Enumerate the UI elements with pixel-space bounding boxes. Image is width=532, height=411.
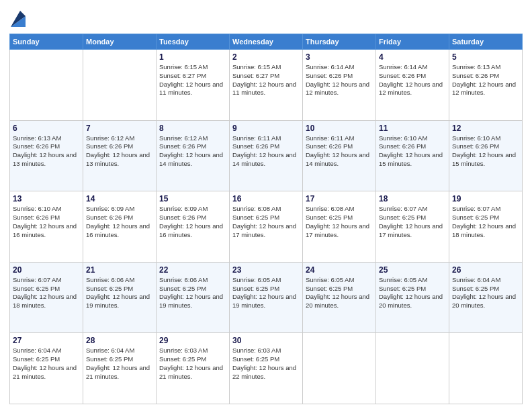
cell-info-text: Sunrise: 6:14 AM Sunset: 6:26 PM Dayligh… <box>379 63 446 97</box>
day-header-monday: Monday <box>83 34 157 50</box>
cell-day-number: 23 <box>232 265 300 275</box>
cell-day-number: 19 <box>452 194 519 203</box>
cell-day-number: 21 <box>86 265 153 275</box>
cell-day-number: 20 <box>13 265 80 275</box>
cell-day-number: 17 <box>306 194 373 203</box>
cell-info-text: Sunrise: 6:08 AM Sunset: 6:25 PM Dayligh… <box>306 205 373 239</box>
logo <box>9 8 27 28</box>
cell-day-number: 10 <box>306 124 373 133</box>
cell-info-text: Sunrise: 6:14 AM Sunset: 6:26 PM Dayligh… <box>306 63 373 97</box>
calendar-header-row: SundayMondayTuesdayWednesdayThursdayFrid… <box>10 34 523 50</box>
calendar-cell: 15Sunrise: 6:09 AM Sunset: 6:26 PM Dayli… <box>157 191 230 263</box>
cell-info-text: Sunrise: 6:09 AM Sunset: 6:26 PM Dayligh… <box>159 205 226 239</box>
cell-day-number: 29 <box>159 336 226 345</box>
calendar-cell: 5Sunrise: 6:13 AM Sunset: 6:26 PM Daylig… <box>449 50 523 121</box>
calendar-cell <box>303 333 376 404</box>
cell-day-number: 6 <box>13 124 80 133</box>
cell-day-number: 30 <box>232 336 300 345</box>
cell-info-text: Sunrise: 6:05 AM Sunset: 6:25 PM Dayligh… <box>379 276 446 310</box>
cell-info-text: Sunrise: 6:04 AM Sunset: 6:25 PM Dayligh… <box>452 276 519 310</box>
calendar-cell: 21Sunrise: 6:06 AM Sunset: 6:25 PM Dayli… <box>83 262 157 333</box>
calendar-week-5: 27Sunrise: 6:04 AM Sunset: 6:25 PM Dayli… <box>10 333 523 404</box>
day-header-saturday: Saturday <box>449 34 523 50</box>
calendar-cell: 28Sunrise: 6:04 AM Sunset: 6:25 PM Dayli… <box>83 333 157 404</box>
cell-info-text: Sunrise: 6:06 AM Sunset: 6:25 PM Dayligh… <box>86 276 153 310</box>
cell-info-text: Sunrise: 6:10 AM Sunset: 6:26 PM Dayligh… <box>379 134 446 169</box>
cell-info-text: Sunrise: 6:12 AM Sunset: 6:26 PM Dayligh… <box>159 134 226 169</box>
cell-info-text: Sunrise: 6:04 AM Sunset: 6:25 PM Dayligh… <box>86 347 153 381</box>
cell-day-number: 14 <box>86 194 153 203</box>
cell-day-number: 27 <box>13 336 80 345</box>
cell-day-number: 28 <box>86 336 153 345</box>
cell-info-text: Sunrise: 6:07 AM Sunset: 6:25 PM Dayligh… <box>13 276 80 310</box>
cell-info-text: Sunrise: 6:06 AM Sunset: 6:25 PM Dayligh… <box>159 276 226 310</box>
cell-info-text: Sunrise: 6:04 AM Sunset: 6:25 PM Dayligh… <box>13 347 80 381</box>
calendar-week-3: 13Sunrise: 6:10 AM Sunset: 6:26 PM Dayli… <box>10 191 523 263</box>
calendar-cell: 10Sunrise: 6:11 AM Sunset: 6:26 PM Dayli… <box>303 120 376 191</box>
day-header-wednesday: Wednesday <box>230 34 303 50</box>
calendar-week-2: 6Sunrise: 6:13 AM Sunset: 6:26 PM Daylig… <box>10 120 523 191</box>
cell-day-number: 7 <box>86 124 153 133</box>
day-header-tuesday: Tuesday <box>157 34 230 50</box>
cell-day-number: 8 <box>159 124 226 133</box>
calendar-cell: 25Sunrise: 6:05 AM Sunset: 6:25 PM Dayli… <box>376 262 449 333</box>
calendar-cell: 19Sunrise: 6:07 AM Sunset: 6:25 PM Dayli… <box>449 191 523 263</box>
cell-day-number: 9 <box>232 124 300 133</box>
day-header-friday: Friday <box>376 34 449 50</box>
calendar-cell: 30Sunrise: 6:03 AM Sunset: 6:25 PM Dayli… <box>230 333 303 404</box>
calendar-week-1: 1Sunrise: 6:15 AM Sunset: 6:27 PM Daylig… <box>10 50 523 121</box>
calendar-cell <box>376 333 449 404</box>
cell-info-text: Sunrise: 6:05 AM Sunset: 6:25 PM Dayligh… <box>232 276 300 310</box>
cell-info-text: Sunrise: 6:11 AM Sunset: 6:26 PM Dayligh… <box>306 134 373 169</box>
cell-day-number: 26 <box>452 265 519 275</box>
calendar-cell: 3Sunrise: 6:14 AM Sunset: 6:26 PM Daylig… <box>303 50 376 121</box>
day-header-sunday: Sunday <box>10 34 83 50</box>
calendar-cell: 24Sunrise: 6:05 AM Sunset: 6:25 PM Dayli… <box>303 262 376 333</box>
calendar-cell: 23Sunrise: 6:05 AM Sunset: 6:25 PM Dayli… <box>230 262 303 333</box>
cell-day-number: 4 <box>379 52 446 62</box>
cell-info-text: Sunrise: 6:15 AM Sunset: 6:27 PM Dayligh… <box>159 63 226 97</box>
calendar-cell <box>449 333 523 404</box>
calendar-cell: 20Sunrise: 6:07 AM Sunset: 6:25 PM Dayli… <box>10 262 83 333</box>
cell-info-text: Sunrise: 6:07 AM Sunset: 6:25 PM Dayligh… <box>452 205 519 239</box>
calendar-cell: 26Sunrise: 6:04 AM Sunset: 6:25 PM Dayli… <box>449 262 523 333</box>
cell-day-number: 22 <box>159 265 226 275</box>
cell-info-text: Sunrise: 6:12 AM Sunset: 6:26 PM Dayligh… <box>86 134 153 169</box>
cell-day-number: 24 <box>306 265 373 275</box>
logo-icon <box>11 8 26 27</box>
cell-info-text: Sunrise: 6:05 AM Sunset: 6:25 PM Dayligh… <box>306 276 373 310</box>
day-header-thursday: Thursday <box>303 34 376 50</box>
cell-info-text: Sunrise: 6:13 AM Sunset: 6:26 PM Dayligh… <box>452 63 519 97</box>
calendar-cell: 6Sunrise: 6:13 AM Sunset: 6:26 PM Daylig… <box>10 120 83 191</box>
calendar-cell: 4Sunrise: 6:14 AM Sunset: 6:26 PM Daylig… <box>376 50 449 121</box>
calendar-cell: 18Sunrise: 6:07 AM Sunset: 6:25 PM Dayli… <box>376 191 449 263</box>
cell-day-number: 15 <box>159 194 226 203</box>
cell-day-number: 18 <box>379 194 446 203</box>
calendar-cell <box>83 50 157 121</box>
cell-day-number: 16 <box>232 194 300 203</box>
cell-info-text: Sunrise: 6:15 AM Sunset: 6:27 PM Dayligh… <box>232 63 300 97</box>
calendar-cell: 13Sunrise: 6:10 AM Sunset: 6:26 PM Dayli… <box>10 191 83 263</box>
calendar-cell: 22Sunrise: 6:06 AM Sunset: 6:25 PM Dayli… <box>157 262 230 333</box>
cell-info-text: Sunrise: 6:13 AM Sunset: 6:26 PM Dayligh… <box>13 134 80 169</box>
cell-info-text: Sunrise: 6:07 AM Sunset: 6:25 PM Dayligh… <box>379 205 446 239</box>
page-header <box>9 8 523 28</box>
cell-info-text: Sunrise: 6:03 AM Sunset: 6:25 PM Dayligh… <box>159 347 226 381</box>
calendar-cell: 1Sunrise: 6:15 AM Sunset: 6:27 PM Daylig… <box>157 50 230 121</box>
cell-info-text: Sunrise: 6:10 AM Sunset: 6:26 PM Dayligh… <box>452 134 519 169</box>
calendar-cell <box>10 50 83 121</box>
cell-info-text: Sunrise: 6:09 AM Sunset: 6:26 PM Dayligh… <box>86 205 153 239</box>
calendar-cell: 7Sunrise: 6:12 AM Sunset: 6:26 PM Daylig… <box>83 120 157 191</box>
cell-day-number: 3 <box>306 52 373 62</box>
cell-info-text: Sunrise: 6:08 AM Sunset: 6:25 PM Dayligh… <box>232 205 300 239</box>
cell-info-text: Sunrise: 6:10 AM Sunset: 6:26 PM Dayligh… <box>13 205 80 239</box>
cell-day-number: 13 <box>13 194 80 203</box>
cell-day-number: 2 <box>232 52 300 62</box>
cell-day-number: 25 <box>379 265 446 275</box>
calendar-cell: 27Sunrise: 6:04 AM Sunset: 6:25 PM Dayli… <box>10 333 83 404</box>
calendar-cell: 14Sunrise: 6:09 AM Sunset: 6:26 PM Dayli… <box>83 191 157 263</box>
calendar-cell: 29Sunrise: 6:03 AM Sunset: 6:25 PM Dayli… <box>157 333 230 404</box>
cell-day-number: 1 <box>159 52 226 62</box>
calendar-cell: 11Sunrise: 6:10 AM Sunset: 6:26 PM Dayli… <box>376 120 449 191</box>
calendar-cell: 2Sunrise: 6:15 AM Sunset: 6:27 PM Daylig… <box>230 50 303 121</box>
